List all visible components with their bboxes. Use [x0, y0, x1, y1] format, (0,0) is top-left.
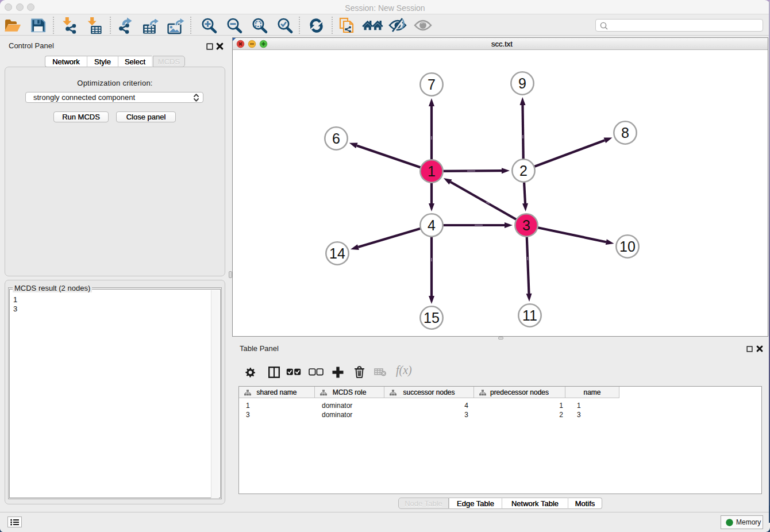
svg-text:3: 3	[522, 217, 530, 233]
svg-text:9: 9	[518, 75, 526, 91]
svg-text:2: 2	[519, 163, 528, 179]
svg-text:14: 14	[329, 245, 345, 261]
svg-text:8: 8	[621, 125, 629, 141]
svg-text:7: 7	[428, 76, 436, 92]
svg-text:6: 6	[332, 130, 340, 147]
svg-text:4: 4	[428, 217, 436, 233]
svg-text:1: 1	[428, 163, 436, 179]
svg-text:10: 10	[619, 238, 636, 255]
svg-text:11: 11	[522, 307, 537, 323]
svg-text:15: 15	[424, 310, 440, 326]
